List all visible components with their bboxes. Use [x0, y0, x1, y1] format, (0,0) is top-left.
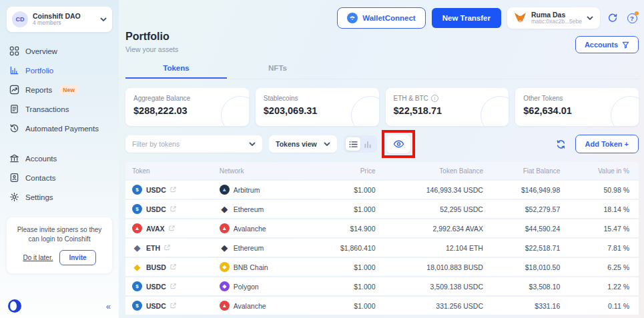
value-percent: 6.25 %	[567, 263, 639, 271]
table-row[interactable]: $ USDC ◆ Ethereum $1.000 52,295 USDC $52…	[125, 200, 639, 218]
walletconnect-icon	[347, 13, 358, 23]
info-icon[interactable]: i	[431, 95, 438, 102]
refresh-icon[interactable]	[556, 139, 566, 149]
chart-view-toggle[interactable]	[360, 137, 375, 151]
network-name: Polygon	[234, 283, 259, 291]
chevron-down-icon	[249, 142, 256, 146]
accounts-filter-button[interactable]: Accounts	[575, 36, 639, 53]
network-name: Ethereum	[234, 244, 264, 252]
sidebar-item-label: Reports	[25, 86, 52, 94]
network-icon: ▲	[220, 185, 230, 195]
sidebar-item-accounts[interactable]: Accounts	[7, 149, 112, 168]
filter-by-tokens-select[interactable]: Filter by tokens	[125, 135, 262, 153]
value-percent: 15.47 %	[567, 225, 639, 233]
table-row[interactable]: ◆ ETH ◆ Ethereum $1,860.410 12.104 ETH $…	[125, 239, 639, 257]
collapse-sidebar-button[interactable]: «	[106, 301, 111, 311]
tab-tokens[interactable]: Tokens	[125, 60, 227, 79]
sidebar-item-label: Accounts	[25, 155, 57, 163]
token-price: $1.000	[316, 302, 382, 310]
stablecoins-card: Stablecoins $203,069.31	[256, 88, 379, 126]
sidebar: CD Coinshift DAO 4 members Overview Port…	[0, 0, 119, 318]
token-balance: 12.104 ETH	[382, 244, 489, 252]
sidebar-item-reports[interactable]: Reports New	[7, 80, 112, 99]
token-symbol: USDC	[146, 283, 166, 291]
table-row[interactable]: ◆ BUSD ◆ BNB Chain $1.000 18,010.883 BUS…	[125, 258, 639, 276]
sidebar-item-settings[interactable]: Settings	[7, 187, 112, 207]
table-row[interactable]: $ USDC ◆ Polygon $1.000 3,509.138 USDC $…	[125, 277, 639, 295]
external-link-icon[interactable]	[170, 187, 176, 193]
token-balance: 2,992.634 AVAX	[382, 225, 489, 233]
sidebar-item-label: Portfolio	[25, 67, 53, 75]
do-it-later-link[interactable]: Do it later.	[23, 254, 53, 261]
sidebar-item-label: Contacts	[25, 174, 55, 182]
grid-icon	[9, 46, 19, 56]
tokens-view-select[interactable]: Tokens view	[269, 135, 337, 153]
sidebar-item-label: Automated Payments	[25, 125, 99, 133]
network-name: Ethereum	[234, 205, 264, 213]
help-icon[interactable]: ?	[625, 11, 639, 25]
fiat-balance: $18,010.50	[490, 263, 567, 271]
workspace-switcher[interactable]: CD Coinshift DAO 4 members	[7, 7, 112, 32]
token-icon: ▲	[132, 223, 142, 233]
network-sync-icon[interactable]	[606, 11, 619, 25]
wallet-address: matic:0xac2b...5ebe	[531, 19, 582, 25]
token-icon: $	[132, 185, 142, 195]
sidebar-item-portfolio[interactable]: Portfolio	[7, 61, 112, 80]
invite-button[interactable]: Invite	[59, 250, 95, 265]
external-link-icon[interactable]	[169, 225, 175, 231]
summary-cards: Aggregate Balance $288,222.03 Stablecoin…	[125, 88, 639, 126]
app-root: CD Coinshift DAO 4 members Overview Port…	[0, 0, 644, 318]
external-link-icon[interactable]	[170, 303, 176, 309]
token-symbol: BUSD	[146, 263, 166, 271]
token-price: $1.000	[316, 263, 382, 271]
network-name: Avalanche	[234, 225, 266, 233]
token-symbol: USDC	[146, 205, 166, 213]
token-balance: 146,993.34 USDC	[382, 186, 489, 194]
chevron-down-icon	[100, 17, 107, 21]
table-row[interactable]: $ USDC ▲ Avalanche $1.000 331.256 USDC $…	[125, 297, 639, 315]
sidebar-item-transactions[interactable]: Transactions	[7, 99, 112, 119]
value-percent: 50.98 %	[567, 186, 639, 194]
table-body: $ USDC ▲ Arbitrum $1.000 146,993.34 USDC…	[125, 181, 639, 315]
list-view-toggle[interactable]	[346, 137, 360, 151]
bank-icon	[9, 153, 19, 163]
new-transfer-button[interactable]: New Transfer	[432, 8, 501, 28]
walletconnect-button[interactable]: WalletConnect	[337, 7, 425, 29]
sidebar-nav: Overview Portfolio Reports New Transacti…	[7, 41, 112, 207]
fiat-balance: $331.16	[490, 302, 567, 310]
tab-nfts[interactable]: NFTs	[227, 60, 328, 79]
token-symbol: USDC	[146, 302, 166, 310]
list-icon	[349, 141, 358, 148]
hide-balances-toggle[interactable]	[386, 135, 410, 153]
token-balance: 3,509.138 USDC	[382, 283, 489, 291]
token-icon: $	[132, 204, 142, 214]
history-clock-icon	[9, 123, 19, 133]
token-icon: ◆	[132, 262, 142, 272]
connected-wallet-chip[interactable]: Ruma Das matic:0xac2b...5ebe	[507, 7, 600, 29]
external-link-icon[interactable]	[170, 206, 176, 212]
workspace-members: 4 members	[33, 20, 95, 27]
metamask-fox-icon	[514, 12, 527, 23]
new-badge: New	[59, 85, 77, 95]
sidebar-item-label: Settings	[25, 193, 53, 201]
token-symbol: USDC	[146, 186, 166, 194]
chevron-down-icon	[587, 16, 593, 20]
fiat-balance: $44,590.24	[490, 225, 567, 233]
eye-icon	[393, 140, 404, 148]
network-icon: ◆	[220, 243, 230, 253]
add-token-button[interactable]: Add Token +	[575, 135, 639, 153]
table-row[interactable]: ▲ AVAX ▲ Avalanche $14.900 2,992.634 AVA…	[125, 219, 639, 237]
external-link-icon[interactable]	[170, 264, 176, 270]
sidebar-item-automated-payments[interactable]: Automated Payments	[7, 119, 112, 138]
chevron-down-icon	[324, 142, 330, 146]
view-mode-toggle	[344, 135, 377, 153]
workspace-avatar: CD	[12, 11, 28, 27]
sidebar-item-contacts[interactable]: Contacts	[7, 168, 112, 187]
sidebar-item-overview[interactable]: Overview	[7, 41, 112, 61]
page-title: Portfolio	[125, 31, 178, 43]
top-bar: WalletConnect New Transfer Ruma Das mati…	[125, 7, 639, 29]
external-link-icon[interactable]	[164, 245, 170, 251]
table-row[interactable]: $ USDC ▲ Arbitrum $1.000 146,993.34 USDC…	[125, 181, 639, 199]
external-link-icon[interactable]	[170, 283, 176, 289]
token-symbol: AVAX	[146, 225, 165, 233]
